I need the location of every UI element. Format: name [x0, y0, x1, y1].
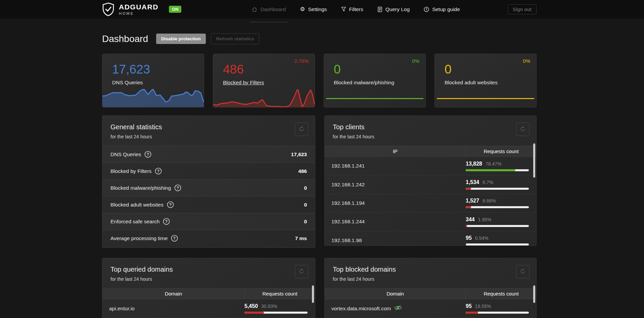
stat-label: DNS Queries [110, 151, 141, 157]
refresh-panel-button[interactable] [516, 265, 530, 278]
requests-percent: 78.47% [486, 161, 501, 167]
requests-percent: 30.93% [261, 304, 277, 309]
nav-item-filters[interactable]: Filters [341, 0, 363, 18]
eye-slash-icon[interactable] [394, 305, 402, 312]
top-clients-table: 192.168.1.241 13,828 78.47% [325, 157, 536, 246]
scrollbar-thumb[interactable] [533, 285, 535, 303]
requests-bar-fill [466, 243, 466, 245]
stat-label: Blocked by Filters [110, 168, 151, 174]
requests-bar-fill [466, 206, 471, 208]
panel-subtitle: for the last 24 hours [110, 134, 307, 139]
refresh-panel-button[interactable] [295, 265, 308, 278]
client-ip[interactable]: 192.168.1.244 [325, 219, 466, 225]
requests-bar-fill [466, 312, 478, 314]
help-icon[interactable]: ? [144, 151, 151, 158]
column-header-requests[interactable]: Requests count [244, 288, 315, 299]
stat-label: Average processing time [110, 235, 168, 241]
help-icon[interactable]: ? [171, 235, 178, 242]
brand-subtitle: HOME [119, 12, 158, 15]
blocked-malware-flatline [326, 98, 423, 99]
refresh-icon [299, 126, 304, 133]
blocked-malware-percent: 0% [412, 58, 419, 64]
blocked-filters-link[interactable]: Blocked by Filters [223, 80, 264, 85]
table-row: 192.168.1.241 13,828 78.47% [325, 157, 536, 175]
scrollbar-thumb[interactable] [533, 143, 535, 178]
column-header-domain[interactable]: Domain [102, 291, 244, 297]
blocked-filters-value: 486 [223, 63, 315, 77]
domain-text: vortex.data.microsoft.com [331, 306, 391, 312]
requests-cell: 1,527 8.66% [466, 198, 536, 208]
blocked-adult-percent: 0% [523, 58, 530, 64]
table-header: Domain Requests count [325, 288, 536, 299]
help-icon[interactable]: ? [174, 184, 181, 191]
nav-label: Settings [308, 6, 327, 12]
stat-row: Enforced safe search ? 0 [102, 213, 315, 230]
adguard-logo[interactable]: ADGUARD HOME ON [102, 2, 181, 16]
panel-title: Top blocked domains [333, 266, 528, 273]
stat-label: Enforced safe search [110, 219, 159, 225]
dns-queries-sparkline [102, 86, 204, 107]
requests-bar [244, 312, 308, 314]
stat-value: 7 ms [295, 235, 307, 241]
svg-text:?: ? [157, 169, 159, 174]
shield-check-icon [102, 2, 114, 16]
help-icon[interactable]: ? [163, 218, 170, 225]
client-ip[interactable]: 192.168.1.98 [325, 237, 466, 243]
nav-item-settings[interactable]: ⚙ Settings [300, 0, 327, 18]
requests-count: 344 [466, 217, 475, 223]
requests-cell: 5,450 30.93% [244, 303, 315, 314]
card-blocked-adult: 0% 0 Blocked adult websites [434, 54, 537, 107]
requests-cell: 344 1.95% [466, 217, 536, 227]
domain-name[interactable]: vortex.data.microsoft.com [325, 305, 466, 312]
stat-value: 486 [298, 168, 307, 174]
domain-text: api.entur.io [109, 306, 135, 312]
nav-label: Filters [349, 6, 363, 12]
panel-subtitle: for the last 24 hours [333, 134, 528, 139]
requests-count: 13,828 [466, 161, 482, 167]
nav-label: Query Log [385, 6, 410, 12]
blocked-adult-flatline [437, 98, 534, 99]
top-navbar: ADGUARD HOME ON Dashboard ⚙ Settings [0, 0, 644, 18]
top-blocked-table: vortex.data.microsoft.com [325, 299, 536, 318]
top-queried-table: api.entur.io 5,450 30.93% [102, 299, 315, 318]
table-row: api.entur.io 5,450 30.93% [102, 299, 315, 318]
client-ip[interactable]: 192.168.1.242 [325, 182, 466, 188]
column-header-ip[interactable]: IP [325, 148, 466, 154]
requests-cell: 1,534 8.7% [466, 179, 536, 190]
refresh-panel-button[interactable] [516, 123, 530, 136]
column-header-requests[interactable]: Requests count [466, 288, 536, 299]
requests-bar-fill [244, 312, 264, 314]
nav-item-query-log[interactable]: Query Log [377, 0, 410, 18]
funnel-icon [341, 7, 346, 12]
help-icon[interactable]: ? [155, 168, 162, 175]
client-ip[interactable]: 192.168.1.194 [325, 200, 466, 206]
client-ip[interactable]: 192.168.1.241 [325, 163, 466, 169]
refresh-icon [520, 269, 525, 275]
top-clients-panel: Top clients for the last 24 hours IP Req… [324, 116, 537, 246]
document-icon [377, 7, 382, 12]
nav-label: Setup guide [432, 6, 460, 12]
stat-value: 0 [304, 202, 307, 208]
dns-queries-label: DNS Queries [112, 80, 204, 86]
requests-cell: 95 19.55% [466, 303, 536, 314]
blocked-filters-percent: 2.76% [294, 58, 309, 64]
table-row: 192.168.1.194 1,527 8.66% [325, 194, 536, 213]
page-title: Dashboard [102, 34, 148, 44]
stat-row: Blocked adult websites ? 0 [102, 196, 315, 213]
active-tab-underline [250, 22, 288, 22]
domain-name[interactable]: api.entur.io [102, 306, 244, 312]
card-blocked-malware: 0% 0 Blocked malware/phishing [324, 54, 426, 107]
scrollbar-thumb[interactable] [312, 285, 314, 303]
question-circle-icon: ? [424, 7, 429, 12]
nav-item-dashboard[interactable]: Dashboard [252, 0, 286, 18]
column-header-requests[interactable]: Requests count [466, 146, 536, 156]
column-header-domain[interactable]: Domain [325, 291, 466, 297]
blocked-adult-label: Blocked adult websites [445, 80, 536, 86]
general-statistics-panel: General statistics for the last 24 hours… [102, 116, 315, 248]
disable-protection-button[interactable]: Disable protection [156, 34, 206, 44]
nav-item-setup-guide[interactable]: ? Setup guide [424, 0, 460, 18]
stat-row: Average processing time ? 7 ms [102, 230, 315, 246]
help-icon[interactable]: ? [167, 201, 174, 208]
refresh-panel-button[interactable] [295, 123, 308, 136]
refresh-statistics-button[interactable]: Refresh statistics [211, 33, 260, 44]
